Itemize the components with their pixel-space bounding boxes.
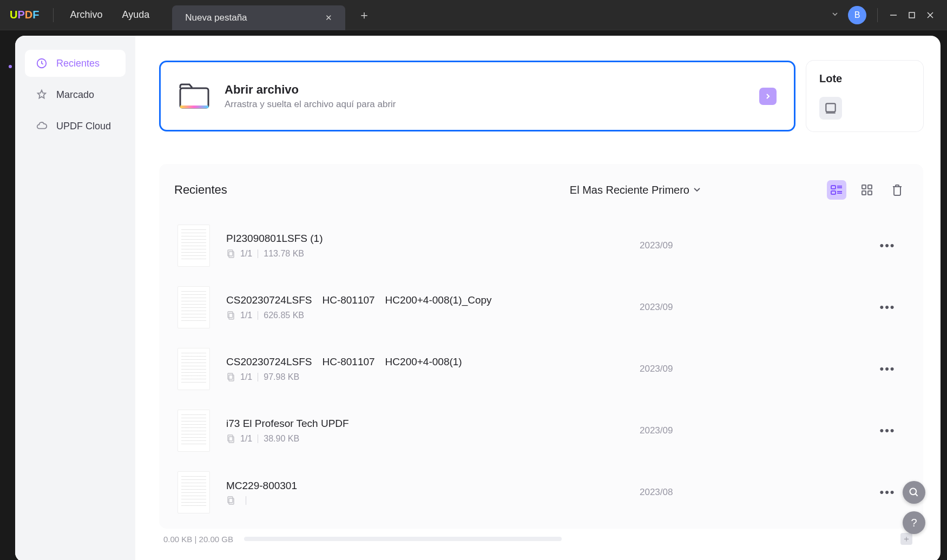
menu-help[interactable]: Ayuda	[113, 9, 160, 21]
file-meta: 1/1 626.85 KB	[226, 311, 640, 320]
separator	[258, 434, 258, 443]
open-file-card[interactable]: Abrir archivo Arrastra y suelta el archi…	[159, 61, 795, 131]
sidebar-item-cloud[interactable]: UPDF Cloud	[25, 113, 126, 140]
file-info: i73 El Profesor Tech UPDF 1/1 38.90 KB	[226, 418, 640, 444]
workspace: Recientes Marcado UPDF Cloud	[0, 30, 947, 560]
file-row[interactable]: PI23090801LSFS (1) 1/1 113.78 KB 2023/09…	[174, 215, 907, 276]
file-meta: 1/1 97.98 KB	[226, 372, 640, 382]
file-info: CS20230724LSFS HC-801107 HC200+4-008(1)_…	[226, 294, 640, 320]
sidebar: Recientes Marcado UPDF Cloud	[15, 36, 135, 560]
pages-icon	[226, 434, 235, 443]
more-icon[interactable]: •••	[872, 424, 903, 438]
recents-panel: Recientes El Mas Reciente Primero	[159, 164, 923, 529]
batch-title: Lote	[819, 73, 910, 85]
file-row[interactable]: CS20230724LSFS HC-801107 HC200+4-008(1)_…	[174, 276, 907, 338]
more-icon[interactable]: •••	[872, 362, 903, 376]
batch-card[interactable]: Lote	[806, 61, 923, 131]
search-button[interactable]	[903, 481, 925, 504]
app-logo: UPDF	[10, 9, 39, 21]
svg-rect-5	[180, 88, 208, 108]
close-icon[interactable]	[921, 6, 939, 24]
file-row[interactable]: CS20230724LSFS HC-801107 HC200+4-008(1) …	[174, 338, 907, 400]
star-icon	[35, 88, 49, 102]
file-name: i73 El Profesor Tech UPDF	[226, 418, 640, 430]
file-pages: 1/1	[240, 249, 252, 259]
file-row[interactable]: MC229-800301 2023/08 •••	[174, 462, 907, 523]
sidebar-item-recent[interactable]: Recientes	[25, 50, 126, 77]
new-tab-button[interactable]: ＋	[358, 7, 370, 23]
sort-dropdown[interactable]: El Mas Reciente Primero	[570, 184, 700, 196]
cloud-icon	[35, 119, 49, 133]
file-list: PI23090801LSFS (1) 1/1 113.78 KB 2023/09…	[174, 215, 907, 523]
more-icon[interactable]: •••	[872, 300, 903, 314]
separator	[258, 373, 258, 381]
file-meta	[226, 496, 640, 505]
file-size: 97.98 KB	[264, 372, 299, 382]
pages-icon	[226, 373, 235, 381]
tab-close-icon[interactable]: ✕	[325, 13, 332, 23]
add-storage-button[interactable]: ＋	[900, 533, 912, 545]
help-button[interactable]: ?	[903, 511, 925, 534]
user-avatar[interactable]: B	[848, 6, 866, 24]
file-thumbnail	[177, 471, 210, 513]
file-name: CS20230724LSFS HC-801107 HC200+4-008(1)	[226, 356, 640, 368]
file-name: PI23090801LSFS (1)	[226, 233, 640, 245]
pages-icon	[226, 249, 235, 258]
file-pages: 1/1	[240, 311, 252, 320]
file-thumbnail	[177, 225, 210, 267]
sidebar-item-starred[interactable]: Marcado	[25, 81, 126, 108]
chevron-down-icon	[694, 188, 700, 192]
svg-rect-16	[868, 185, 872, 189]
dropdown-icon[interactable]	[826, 10, 844, 20]
file-info: MC229-800301	[226, 480, 640, 505]
file-meta: 1/1 113.78 KB	[226, 249, 640, 259]
open-file-arrow-icon[interactable]	[759, 88, 777, 105]
open-file-texts: Abrir archivo Arrastra y suelta el archi…	[225, 83, 745, 110]
scanner-icon	[819, 97, 842, 120]
tab-new[interactable]: Nueva pestaña ✕	[172, 5, 345, 30]
file-size: 626.85 KB	[264, 311, 304, 320]
storage-progress	[244, 537, 562, 541]
main-content: Abrir archivo Arrastra y suelta el archi…	[135, 36, 941, 560]
file-size: 113.78 KB	[264, 249, 304, 259]
file-size: 38.90 KB	[264, 434, 299, 444]
tab-label: Nueva pestaña	[185, 12, 247, 23]
app-frame: Recientes Marcado UPDF Cloud	[15, 36, 941, 560]
open-file-title: Abrir archivo	[225, 83, 745, 97]
file-info: PI23090801LSFS (1) 1/1 113.78 KB	[226, 233, 640, 259]
sidebar-item-label: Recientes	[56, 58, 100, 69]
grid-view-icon[interactable]	[857, 180, 877, 200]
more-icon[interactable]: •••	[872, 485, 903, 499]
svg-rect-6	[180, 106, 208, 108]
more-icon[interactable]: •••	[872, 239, 903, 253]
file-name: MC229-800301	[226, 480, 640, 492]
trash-icon[interactable]	[887, 180, 907, 200]
minimize-icon[interactable]	[884, 6, 903, 24]
file-name: CS20230724LSFS HC-801107 HC200+4-008(1)_…	[226, 294, 640, 306]
separator	[877, 8, 878, 22]
svg-rect-17	[862, 191, 866, 195]
file-pages: 1/1	[240, 372, 252, 382]
sidebar-item-label: Marcado	[56, 89, 94, 101]
maximize-icon[interactable]	[903, 6, 921, 24]
recents-title: Recientes	[174, 183, 227, 197]
svg-rect-1	[909, 12, 915, 18]
file-row[interactable]: i73 El Profesor Tech UPDF 1/1 38.90 KB 2…	[174, 400, 907, 462]
sort-label: El Mas Reciente Primero	[570, 184, 689, 196]
menu-file[interactable]: Archivo	[60, 9, 112, 21]
svg-line-30	[916, 494, 918, 496]
file-date: 2023/09	[640, 425, 710, 436]
storage-text: 0.00 KB | 20.00 GB	[163, 535, 233, 544]
pages-icon	[226, 496, 235, 505]
open-file-subtitle: Arrastra y suelta el archivo aquí para a…	[225, 99, 745, 110]
svg-rect-9	[831, 186, 836, 189]
separator	[258, 249, 258, 258]
file-thumbnail	[177, 410, 210, 452]
file-date: 2023/09	[640, 240, 710, 251]
file-date: 2023/09	[640, 302, 710, 313]
clock-icon	[35, 56, 49, 70]
separator	[258, 311, 258, 320]
file-meta: 1/1 38.90 KB	[226, 434, 640, 444]
svg-rect-12	[831, 191, 836, 194]
list-view-icon[interactable]	[827, 180, 846, 200]
